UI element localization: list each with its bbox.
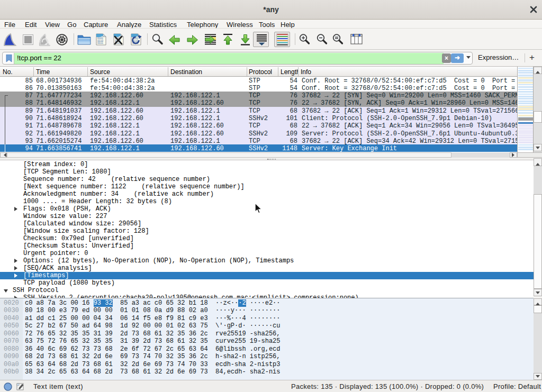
svg-text:0111: 0111 [97, 42, 103, 44]
